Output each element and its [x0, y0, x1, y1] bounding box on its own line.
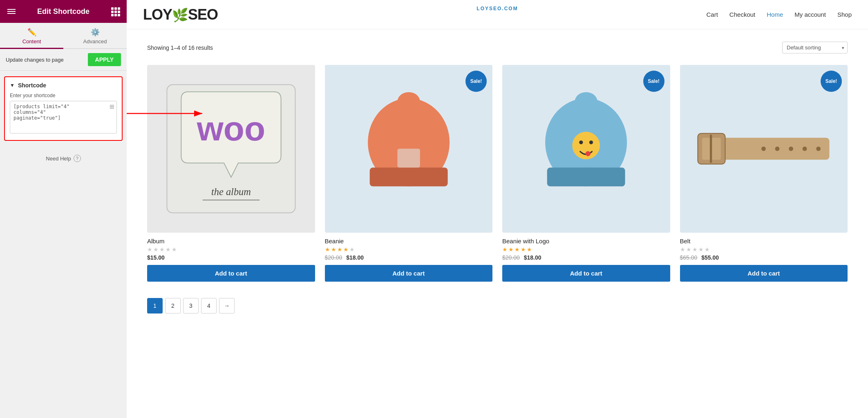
svg-point-11 [575, 92, 597, 111]
sale-badge: Sale! [821, 71, 842, 92]
tab-advanced[interactable]: ⚙️ Advanced [63, 23, 127, 49]
update-text: Update changes to page [6, 57, 64, 63]
page-3-button[interactable]: 3 [183, 298, 199, 314]
svg-point-15 [589, 140, 593, 144]
pencil-icon: ✏️ [27, 28, 36, 37]
svg-rect-12 [547, 167, 625, 186]
svg-rect-9 [397, 149, 420, 167]
sidebar-title: Edit Shortcode [37, 7, 89, 16]
svg-point-7 [397, 92, 420, 111]
tab-content[interactable]: ✏️ Content [0, 23, 63, 49]
update-bar: Update changes to page APPLY [0, 49, 127, 71]
product-card: woo the album Album ★ ★ ★ ★ ★ $15.00 Add… [147, 65, 315, 282]
nav-my-account[interactable]: My account [794, 11, 826, 18]
sort-select[interactable]: Default sorting [782, 42, 848, 53]
add-to-cart-button[interactable]: Add to cart [502, 265, 670, 282]
beanie-blue-svg [536, 82, 636, 216]
nav-checkout[interactable]: Checkout [729, 11, 755, 18]
need-help[interactable]: Need Help ? [0, 155, 127, 162]
product-name: Album [147, 238, 315, 245]
svg-text:woo: woo [197, 109, 265, 147]
apply-button[interactable]: APPLY [88, 53, 121, 66]
page-4-button[interactable]: 4 [201, 298, 217, 314]
sidebar-tabs: ✏️ Content ⚙️ Advanced [0, 23, 127, 49]
page-1-button[interactable]: 1 [147, 298, 163, 314]
shortcode-label: Enter your shortcode [10, 93, 117, 98]
sale-badge: Sale! [465, 71, 487, 92]
copy-icon[interactable]: ⊞ [110, 103, 114, 110]
product-name: Beanie [325, 238, 493, 245]
chevron-icon: ▼ [10, 82, 15, 88]
svg-point-22 [775, 147, 780, 151]
beanie-orange-svg [358, 82, 459, 216]
shortcode-textarea[interactable]: [products limit="4" columns="4" paginate… [10, 101, 117, 133]
svg-point-25 [817, 147, 821, 151]
svg-point-21 [761, 147, 766, 151]
product-stars: ★ ★ ★ ★ ★ [680, 246, 848, 253]
sale-badge: Sale! [643, 71, 664, 92]
shortcode-input-wrapper: [products limit="4" columns="4" paginate… [10, 101, 117, 135]
product-price: $20.00 $18.00 [502, 254, 670, 261]
product-stars: ★ ★ ★ ★ ★ [147, 246, 315, 253]
svg-point-16 [586, 151, 591, 156]
sidebar: Edit Shortcode ✏️ Content ⚙️ Advanced Up… [0, 0, 127, 418]
product-card: Sale! [502, 65, 670, 282]
nav-shop[interactable]: Shop [837, 11, 852, 18]
product-image-belt: Sale! [680, 65, 848, 233]
product-price: $15.00 [147, 254, 315, 261]
nav-home[interactable]: Home [767, 11, 783, 18]
logo-seo: SEO [188, 6, 218, 23]
add-to-cart-button[interactable]: Add to cart [680, 265, 848, 282]
results-bar: Showing 1–4 of 16 results Default sortin… [147, 42, 848, 53]
svg-point-14 [579, 140, 583, 144]
product-stars: ★ ★ ★ ★ ★ [502, 246, 670, 253]
svg-rect-8 [369, 167, 447, 186]
belt-svg [692, 94, 835, 203]
album-svg: woo the album [160, 78, 302, 220]
nav-cart[interactable]: Cart [707, 11, 718, 18]
svg-text:the album: the album [211, 186, 251, 197]
product-image-beanie: Sale! [325, 65, 493, 233]
sidebar-header: Edit Shortcode [0, 0, 127, 23]
product-name: Beanie with Logo [502, 238, 670, 245]
product-price: $65.00 $55.00 [680, 254, 848, 261]
help-circle-icon: ? [74, 155, 81, 162]
page-2-button[interactable]: 2 [165, 298, 181, 314]
add-to-cart-button[interactable]: Add to cart [147, 265, 315, 282]
main-content: LOY🌿SEO LOYSEO.COM Cart Checkout Home My… [127, 0, 868, 418]
nav-links: Cart Checkout Home My account Shop [707, 11, 852, 18]
add-to-cart-button[interactable]: Add to cart [325, 265, 493, 282]
shortcode-section-header[interactable]: ▼ Shortcode [10, 82, 117, 89]
hamburger-icon[interactable] [7, 9, 16, 14]
shop-area: Showing 1–4 of 16 results Default sortin… [127, 29, 868, 418]
shortcode-section: ▼ Shortcode Enter your shortcode [produc… [4, 76, 123, 141]
results-text: Showing 1–4 of 16 results [147, 44, 213, 51]
product-card: Sale! Beanie ★ ★ ★ [325, 65, 493, 282]
logo: LOY🌿SEO [143, 7, 218, 22]
logo-text: LOY🌿SEO [143, 7, 218, 22]
gear-icon: ⚙️ [91, 28, 100, 37]
logo-loy: LOY [143, 6, 172, 23]
logo-leaf-icon: 🌿 [172, 8, 188, 22]
logo-subtitle: LOYSEO.COM [477, 6, 518, 11]
svg-rect-20 [710, 134, 712, 163]
sort-wrapper: Default sorting ▾ [782, 42, 848, 53]
product-image-album: woo the album [147, 65, 315, 233]
product-price: $20.00 $18.00 [325, 254, 493, 261]
product-name: Belt [680, 238, 848, 245]
product-stars: ★ ★ ★ ★ ★ [325, 246, 493, 253]
top-nav: LOY🌿SEO LOYSEO.COM Cart Checkout Home My… [127, 0, 868, 29]
svg-point-24 [803, 147, 807, 151]
pagination: 1 2 3 4 → [147, 298, 848, 314]
svg-point-23 [789, 147, 793, 151]
products-grid: woo the album Album ★ ★ ★ ★ ★ $15.00 Add… [147, 65, 848, 282]
product-image-beanie-logo: Sale! [502, 65, 670, 233]
grid-icon[interactable] [111, 7, 119, 16]
page-next-button[interactable]: → [219, 298, 235, 314]
product-card: Sale! [680, 65, 848, 282]
